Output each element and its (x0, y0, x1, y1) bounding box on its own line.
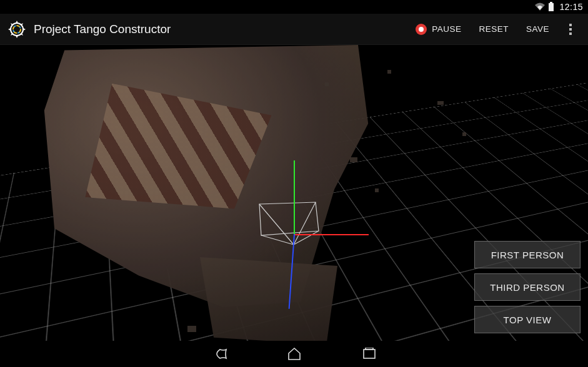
pause-label: PAUSE (432, 24, 461, 34)
status-clock: 12:15 (559, 2, 583, 12)
axis-x (294, 234, 369, 235)
pause-button[interactable]: PAUSE (407, 14, 470, 45)
view-mode-panel: FIRST PERSON THIRD PERSON TOP VIEW (474, 241, 581, 333)
save-label: SAVE (526, 24, 549, 34)
system-nav-bar (0, 341, 588, 367)
viewport-3d[interactable]: FIRST PERSON THIRD PERSON TOP VIEW (0, 45, 588, 341)
mesh-fragment (387, 70, 391, 74)
overflow-menu-button[interactable] (558, 14, 583, 45)
mesh-fragment (187, 326, 196, 332)
back-button[interactable] (210, 345, 229, 363)
svg-rect-5 (364, 350, 375, 358)
top-view-button[interactable]: TOP VIEW (474, 306, 581, 333)
action-bar: Project Tango Constructor PAUSE RESET SA… (0, 14, 588, 45)
wifi-icon (534, 2, 546, 11)
mesh-fragment (437, 101, 444, 105)
axis-gizmo (294, 160, 295, 285)
mesh-fragment (462, 132, 466, 136)
mesh-fragment (325, 82, 329, 86)
third-person-label: THIRD PERSON (490, 282, 564, 293)
third-person-button[interactable]: THIRD PERSON (474, 273, 581, 301)
first-person-button[interactable]: FIRST PERSON (474, 241, 581, 268)
battery-icon (548, 2, 554, 12)
reconstructed-mesh-wall (200, 257, 337, 341)
mesh-fragment (375, 188, 379, 192)
top-view-label: TOP VIEW (504, 315, 552, 325)
mesh-fragment (350, 157, 357, 162)
svg-rect-0 (550, 2, 552, 3)
svg-rect-6 (366, 348, 373, 350)
home-button[interactable] (285, 345, 304, 363)
save-button[interactable]: SAVE (517, 14, 558, 45)
reset-label: RESET (479, 24, 509, 34)
reset-button[interactable]: RESET (470, 14, 517, 45)
status-bar: 12:15 (0, 0, 588, 14)
record-icon (416, 24, 427, 35)
first-person-label: FIRST PERSON (491, 250, 564, 260)
axis-y (294, 160, 295, 235)
recents-button[interactable] (360, 345, 379, 363)
app-icon (6, 19, 27, 40)
app-title: Project Tango Constructor (34, 22, 171, 36)
device-frame: 12:15 Project Tango Constructor PAUSE RE… (0, 0, 588, 367)
svg-rect-1 (549, 3, 554, 11)
